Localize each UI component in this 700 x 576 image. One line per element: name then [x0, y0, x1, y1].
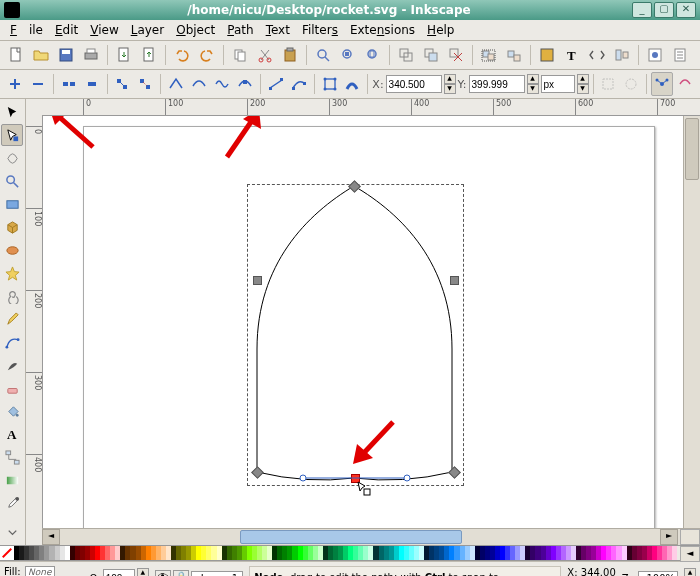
zoom-up[interactable]: ▲	[684, 568, 696, 576]
gradient-tool[interactable]	[1, 469, 23, 491]
opacity-up[interactable]: ▲	[137, 568, 149, 576]
unit-select[interactable]	[541, 75, 575, 93]
open-button[interactable]	[29, 43, 53, 67]
fill-stroke-dialog-button[interactable]	[535, 43, 559, 67]
show-clip-button[interactable]	[597, 72, 619, 96]
zoom-input[interactable]: 100%	[638, 571, 678, 577]
paste-button[interactable]	[278, 43, 302, 67]
paint-bucket-tool[interactable]	[1, 400, 23, 422]
insert-node-button[interactable]	[4, 72, 26, 96]
export-button[interactable]	[137, 43, 161, 67]
node-tool[interactable]	[1, 124, 23, 146]
connector-tool[interactable]	[1, 446, 23, 468]
canvas[interactable]	[43, 116, 683, 528]
palette-menu-button[interactable]: ◄	[680, 546, 700, 562]
node-x-down[interactable]: ▼	[444, 84, 456, 94]
horizontal-scrollbar[interactable]: ◄ ►	[42, 528, 700, 545]
node-x-up[interactable]: ▲	[444, 74, 456, 84]
zoom-tool[interactable]	[1, 170, 23, 192]
menu-extensions[interactable]: Extensions	[344, 21, 421, 39]
node-y-up[interactable]: ▲	[527, 74, 539, 84]
fill-swatch[interactable]: None	[25, 566, 55, 576]
print-button[interactable]	[79, 43, 103, 67]
text-dialog-button[interactable]: T	[560, 43, 584, 67]
no-color-swatch[interactable]	[0, 546, 14, 560]
node-symmetric-button[interactable]	[211, 72, 233, 96]
zoom-drawing-button[interactable]	[336, 43, 360, 67]
delete-node-button[interactable]	[27, 72, 49, 96]
align-dialog-button[interactable]	[610, 43, 634, 67]
node-cusp-button[interactable]	[165, 72, 187, 96]
group-button[interactable]	[477, 43, 501, 67]
layer-visibility-toggle[interactable]: 👁	[155, 570, 171, 576]
menu-path[interactable]: Path	[221, 21, 259, 39]
import-button[interactable]	[112, 43, 136, 67]
drawn-path[interactable]	[247, 184, 462, 484]
toolbox-expand-icon[interactable]	[1, 521, 23, 543]
node-auto-button[interactable]	[234, 72, 256, 96]
new-document-button[interactable]	[4, 43, 28, 67]
segment-curve-button[interactable]	[288, 72, 310, 96]
ellipse-tool[interactable]	[1, 239, 23, 261]
window-minimize-button[interactable]: _	[632, 2, 652, 18]
segment-line-button[interactable]	[265, 72, 287, 96]
eraser-tool[interactable]	[1, 377, 23, 399]
undo-button[interactable]	[170, 43, 194, 67]
text-tool[interactable]: A	[1, 423, 23, 445]
object-to-path-button[interactable]	[319, 72, 341, 96]
color-swatch[interactable]	[672, 546, 677, 560]
save-button[interactable]	[54, 43, 78, 67]
join-node-button[interactable]	[81, 72, 103, 96]
xml-editor-button[interactable]	[585, 43, 609, 67]
zoom-page-button[interactable]	[361, 43, 385, 67]
show-mask-button[interactable]	[620, 72, 642, 96]
delete-segment-button[interactable]	[134, 72, 156, 96]
menu-layer[interactable]: Layer	[125, 21, 170, 39]
menu-file[interactable]: File	[4, 21, 49, 39]
node-y-input[interactable]	[469, 75, 525, 93]
menu-edit[interactable]: Edit	[49, 21, 84, 39]
unlink-clone-button[interactable]	[444, 43, 468, 67]
zoom-fit-button[interactable]	[311, 43, 335, 67]
scroll-left-button[interactable]: ◄	[42, 529, 60, 545]
menu-object[interactable]: Object	[170, 21, 221, 39]
ungroup-button[interactable]	[502, 43, 526, 67]
cut-button[interactable]	[253, 43, 277, 67]
scroll-right-button[interactable]: ►	[660, 529, 678, 545]
menu-text[interactable]: Text	[260, 21, 296, 39]
duplicate-button[interactable]	[394, 43, 418, 67]
unit-down[interactable]: ▼	[577, 84, 589, 94]
layer-selector[interactable]: ▾Layer 1	[191, 571, 243, 577]
stroke-to-path-button[interactable]	[342, 72, 364, 96]
layer-lock-toggle[interactable]: 🔒	[173, 570, 189, 576]
spiral-tool[interactable]	[1, 285, 23, 307]
node-x-input[interactable]	[386, 75, 442, 93]
vertical-scrollbar[interactable]	[683, 116, 700, 528]
dropper-tool[interactable]	[1, 492, 23, 514]
window-close-button[interactable]: ✕	[676, 2, 696, 18]
pencil-tool[interactable]	[1, 308, 23, 330]
node-y-down[interactable]: ▼	[527, 84, 539, 94]
node-smooth-button[interactable]	[188, 72, 210, 96]
node-handles[interactable]	[293, 472, 413, 490]
menu-view[interactable]: View	[84, 21, 124, 39]
show-handles-button[interactable]	[651, 72, 673, 96]
tweak-tool[interactable]	[1, 147, 23, 169]
opacity-input[interactable]	[103, 569, 135, 576]
unit-up[interactable]: ▲	[577, 74, 589, 84]
scrollbar-thumb[interactable]	[240, 530, 462, 544]
clone-button[interactable]	[419, 43, 443, 67]
scrollbar-thumb[interactable]	[685, 118, 699, 180]
copy-button[interactable]	[228, 43, 252, 67]
bezier-tool[interactable]	[1, 331, 23, 353]
path-node[interactable]	[450, 276, 459, 285]
window-maximize-button[interactable]: ▢	[654, 2, 674, 18]
rectangle-tool[interactable]	[1, 193, 23, 215]
preferences-button[interactable]	[643, 43, 667, 67]
document-properties-button[interactable]	[668, 43, 692, 67]
join-segment-button[interactable]	[112, 72, 134, 96]
selector-tool[interactable]	[1, 101, 23, 123]
break-node-button[interactable]	[58, 72, 80, 96]
menu-help[interactable]: Help	[421, 21, 460, 39]
3dbox-tool[interactable]	[1, 216, 23, 238]
